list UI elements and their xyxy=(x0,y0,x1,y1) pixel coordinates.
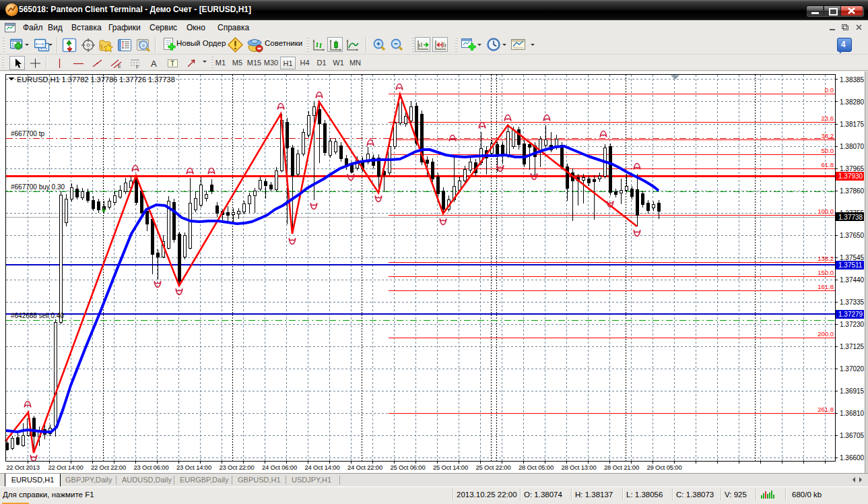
svg-text:1.36810: 1.36810 xyxy=(840,410,865,417)
svg-text:1.37279: 1.37279 xyxy=(838,311,863,318)
svg-text:0.0: 0.0 xyxy=(825,86,834,94)
svg-text:1.38070: 1.38070 xyxy=(840,143,865,150)
svg-text:22 Oct 2013: 22 Oct 2013 xyxy=(6,464,40,471)
svg-text:1.37020: 1.37020 xyxy=(840,365,865,373)
svg-text:1.37965: 1.37965 xyxy=(840,165,865,172)
svg-text:1.38175: 1.38175 xyxy=(840,121,865,128)
svg-text:23 Oct 22:00: 23 Oct 22:00 xyxy=(220,464,255,471)
svg-text:A: A xyxy=(151,59,157,69)
svg-text:23 Oct 14:00: 23 Oct 14:00 xyxy=(176,464,211,471)
svg-text:24 Oct 14:00: 24 Oct 14:00 xyxy=(305,464,340,471)
svg-text:22 Oct 22:00: 22 Oct 22:00 xyxy=(91,464,126,471)
svg-text:24 Oct 22:00: 24 Oct 22:00 xyxy=(347,464,382,471)
svg-text:#667700 tp: #667700 tp xyxy=(11,130,44,137)
svg-text:F: F xyxy=(136,65,139,69)
svg-text:E: E xyxy=(118,64,121,69)
svg-text:1.37545: 1.37545 xyxy=(840,254,865,261)
svg-text:28 Oct 21:00: 28 Oct 21:00 xyxy=(604,464,639,471)
svg-text:100.0: 100.0 xyxy=(817,208,834,215)
svg-text:28 Oct 05:00: 28 Oct 05:00 xyxy=(519,464,554,471)
svg-text:61.8: 61.8 xyxy=(822,161,834,168)
svg-text:24 Oct 06:00: 24 Oct 06:00 xyxy=(262,464,297,471)
svg-text:50.0: 50.0 xyxy=(822,147,834,154)
svg-text:38.2: 38.2 xyxy=(822,132,834,139)
svg-text:EURUSD,H1 1.37782 1.37786 1.3: EURUSD,H1 1.37782 1.37786 1.37726 1.3773… xyxy=(17,75,175,84)
svg-text:22 Oct 14:00: 22 Oct 14:00 xyxy=(48,464,84,471)
svg-text:25 Oct 14:00: 25 Oct 14:00 xyxy=(433,464,468,471)
svg-text:1.38385: 1.38385 xyxy=(840,76,865,84)
svg-text:T: T xyxy=(170,60,174,67)
svg-text:1.36915: 1.36915 xyxy=(840,387,865,395)
svg-text:1.37230: 1.37230 xyxy=(840,321,865,328)
svg-text:1.36705: 1.36705 xyxy=(840,432,865,439)
svg-text:1.37335: 1.37335 xyxy=(840,298,865,306)
svg-text:1.36600: 1.36600 xyxy=(840,454,865,462)
svg-text:25 Oct 06:00: 25 Oct 06:00 xyxy=(391,464,426,471)
svg-text:28 Oct 13:00: 28 Oct 13:00 xyxy=(562,464,597,471)
svg-text:150.0: 150.0 xyxy=(817,269,834,276)
svg-text:25 Oct 22:00: 25 Oct 22:00 xyxy=(476,464,511,471)
svg-text:23 Oct 06:00: 23 Oct 06:00 xyxy=(134,464,169,471)
svg-text:#667700 buy 0.30: #667700 buy 0.30 xyxy=(11,183,65,191)
svg-text:161.8: 161.8 xyxy=(817,283,834,290)
svg-text:200.0: 200.0 xyxy=(817,330,834,338)
svg-text:1.37860: 1.37860 xyxy=(840,187,865,195)
svg-text:1.38280: 1.38280 xyxy=(840,98,865,106)
svg-text:23.6: 23.6 xyxy=(822,115,834,122)
svg-text:261.8: 261.8 xyxy=(817,406,834,413)
svg-text:138.2: 138.2 xyxy=(817,255,834,262)
svg-text:1.37930: 1.37930 xyxy=(838,172,863,180)
svg-text:1.37738: 1.37738 xyxy=(838,214,863,221)
svg-text:1.37125: 1.37125 xyxy=(840,343,865,350)
svg-text:#642688 sell 0.40: #642688 sell 0.40 xyxy=(11,312,64,319)
svg-text:1.37440: 1.37440 xyxy=(840,276,865,284)
svg-text:1.37511: 1.37511 xyxy=(838,261,863,269)
svg-text:29 Oct 05:00: 29 Oct 05:00 xyxy=(647,464,682,471)
svg-text:1.37650: 1.37650 xyxy=(840,232,865,239)
